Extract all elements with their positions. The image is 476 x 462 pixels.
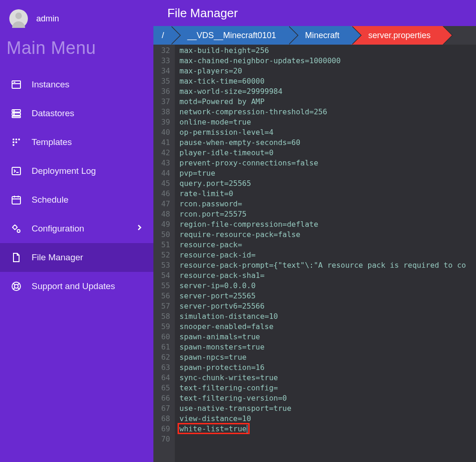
- line-number: 65: [158, 383, 170, 393]
- breadcrumb-item[interactable]: /: [153, 26, 171, 45]
- file-icon: [10, 251, 22, 264]
- line-number: 47: [158, 199, 170, 209]
- line-number: 43: [158, 158, 170, 168]
- sidebar-item-label: Support and Updates: [32, 281, 115, 291]
- svg-point-11: [13, 141, 14, 143]
- page-title-bar: File Manager: [153, 0, 476, 26]
- code-line[interactable]: motd=Powered by AMP: [179, 97, 476, 107]
- code-line[interactable]: server-port=25565: [179, 291, 476, 301]
- main-menu: InstancesDatastoresTemplatesDeployment L…: [0, 70, 153, 301]
- line-number: 69: [158, 424, 170, 434]
- settings-icon: [10, 223, 22, 235]
- code-line[interactable]: resource-pack-prompt={"text"\:"A resourc…: [179, 260, 476, 271]
- code-line[interactable]: query.port=25565: [179, 178, 476, 189]
- svg-point-8: [13, 139, 14, 140]
- grid-icon: [10, 136, 22, 148]
- menu-title: Main Menu: [0, 37, 153, 70]
- code-line[interactable]: simulation-distance=10: [179, 311, 476, 322]
- code-line[interactable]: region-file-compression=deflate: [179, 219, 476, 230]
- svg-rect-14: [12, 167, 20, 175]
- code-line[interactable]: use-native-transport=true: [179, 403, 476, 414]
- sidebar-item-templates[interactable]: Templates: [0, 128, 153, 157]
- line-number: 52: [158, 250, 170, 260]
- code-line[interactable]: player-idle-timeout=0: [179, 148, 476, 158]
- code-line[interactable]: network-compression-threshold=256: [179, 107, 476, 117]
- line-number: 54: [158, 271, 170, 281]
- code-line[interactable]: server-ip=0.0.0.0: [179, 281, 476, 291]
- line-number: 37: [158, 97, 170, 107]
- sidebar-item-file-manager[interactable]: File Manager: [0, 243, 153, 272]
- line-number: 50: [158, 230, 170, 240]
- code-line[interactable]: rcon.port=25575: [179, 209, 476, 219]
- code-line[interactable]: pause-when-empty-seconds=60: [179, 138, 476, 148]
- sidebar-item-schedule[interactable]: Schedule: [0, 185, 153, 214]
- line-number: 46: [158, 189, 170, 199]
- code-line[interactable]: max-tick-time=60000: [179, 76, 476, 86]
- user-block[interactable]: admin: [0, 5, 153, 37]
- line-number: 66: [158, 393, 170, 403]
- code-line[interactable]: rcon.password=: [179, 199, 476, 209]
- line-number: 59: [158, 322, 170, 332]
- sidebar-item-label: Configuration: [32, 224, 84, 234]
- code-editor[interactable]: 3233343536373839404142434445464748495051…: [153, 45, 476, 462]
- code-line[interactable]: text-filtering-version=0: [179, 393, 476, 403]
- code-line[interactable]: spawn-npcs=true: [179, 352, 476, 363]
- breadcrumb-item[interactable]: server.properties: [351, 26, 443, 45]
- sidebar-item-label: Instances: [32, 79, 69, 90]
- sidebar-item-configuration[interactable]: Configuration: [0, 214, 153, 243]
- line-number: 51: [158, 240, 170, 250]
- code-line[interactable]: rate-limit=0: [179, 189, 476, 199]
- code-line[interactable]: require-resource-pack=false: [179, 230, 476, 240]
- sidebar-item-label: Schedule: [32, 195, 68, 205]
- line-number: 53: [158, 260, 170, 271]
- code-area[interactable]: max-build-height=256max-chained-neighbor…: [175, 45, 476, 462]
- code-line[interactable]: prevent-proxy-connections=false: [179, 158, 476, 168]
- code-line[interactable]: server-portv6=25566: [179, 301, 476, 311]
- text-cursor: [247, 425, 247, 433]
- sidebar-item-support-and-updates[interactable]: Support and Updates: [0, 272, 153, 301]
- code-line[interactable]: max-world-size=29999984: [179, 86, 476, 97]
- code-line[interactable]: max-players=20: [179, 66, 476, 76]
- code-line[interactable]: resource-pack-id=: [179, 250, 476, 260]
- svg-line-29: [18, 288, 20, 290]
- code-line[interactable]: resource-pack=: [179, 240, 476, 250]
- line-number: 60: [158, 332, 170, 342]
- line-number: 33: [158, 56, 170, 66]
- sidebar-item-deployment-log[interactable]: Deployment Log: [0, 157, 153, 185]
- main-panel: File Manager /__VDS__Minecraft0101Minecr…: [153, 0, 476, 462]
- line-number: 70: [158, 434, 170, 444]
- svg-point-9: [15, 139, 17, 140]
- code-line[interactable]: op-permission-level=4: [179, 127, 476, 138]
- svg-point-13: [13, 144, 14, 146]
- code-line[interactable]: spawn-protection=16: [179, 363, 476, 373]
- code-line[interactable]: pvp=true: [179, 168, 476, 178]
- code-line[interactable]: white-list=true: [179, 424, 476, 434]
- code-line[interactable]: text-filtering-config=: [179, 383, 476, 393]
- line-number: 62: [158, 352, 170, 363]
- code-line[interactable]: snooper-enabled=false: [179, 322, 476, 332]
- sidebar-item-label: File Manager: [32, 252, 83, 263]
- code-line[interactable]: [179, 434, 476, 444]
- sidebar-item-datastores[interactable]: Datastores: [0, 99, 153, 128]
- sidebar-item-label: Deployment Log: [32, 166, 96, 176]
- line-number: 36: [158, 86, 170, 97]
- line-number: 44: [158, 168, 170, 178]
- svg-point-20: [13, 225, 17, 229]
- sidebar-item-instances[interactable]: Instances: [0, 70, 153, 99]
- line-number: 40: [158, 127, 170, 138]
- svg-rect-0: [12, 81, 20, 88]
- code-line[interactable]: sync-chunk-writes=true: [179, 373, 476, 383]
- code-line[interactable]: spawn-monsters=true: [179, 342, 476, 352]
- breadcrumb-item[interactable]: __VDS__Minecraft0101: [171, 26, 288, 45]
- sidebar: admin Main Menu InstancesDatastoresTempl…: [0, 0, 153, 462]
- code-line[interactable]: max-build-height=256: [179, 46, 476, 56]
- code-line[interactable]: online-mode=true: [179, 117, 476, 127]
- code-line[interactable]: view-distance=10: [179, 414, 476, 424]
- lifebuoy-icon: [10, 280, 22, 292]
- svg-rect-5: [12, 116, 20, 118]
- code-line[interactable]: resource-pack-sha1=: [179, 271, 476, 281]
- code-line[interactable]: spawn-animals=true: [179, 332, 476, 342]
- svg-point-6: [13, 111, 14, 112]
- code-line[interactable]: max-chained-neighbor-updates=1000000: [179, 56, 476, 66]
- line-number: 48: [158, 209, 170, 219]
